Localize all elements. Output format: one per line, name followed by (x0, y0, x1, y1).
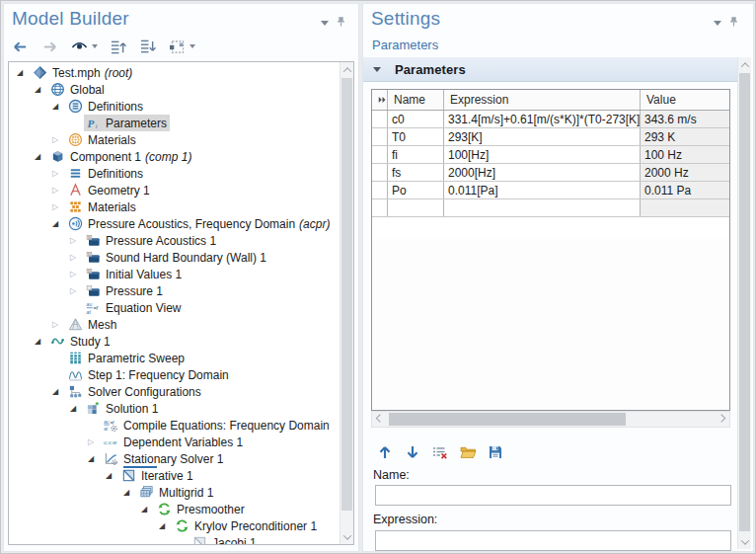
save-to-file-button[interactable] (486, 441, 505, 463)
collapsed-arrow-icon[interactable]: ▷ (70, 236, 84, 245)
tree-vertical-scrollbar[interactable] (340, 62, 353, 544)
param-expression-cell[interactable]: 100[Hz] (444, 146, 641, 163)
panel-menu-caret-icon[interactable] (321, 21, 329, 26)
expanded-arrow-icon[interactable]: ◢ (35, 152, 48, 161)
tree-item[interactable]: ▷Definitions (9, 165, 340, 182)
tree-item[interactable]: ◢Stationary Solver 1 (9, 450, 340, 467)
tree-item[interactable]: ▷Materials (9, 131, 340, 148)
tree-item[interactable]: ◢Solver Configurations (9, 383, 340, 400)
tree-item[interactable]: ▷DPressure Acoustics 1 (9, 232, 340, 249)
collapsed-arrow-icon[interactable]: ▷ (52, 186, 66, 195)
row-handle-cell[interactable] (372, 164, 388, 181)
collapsed-arrow-icon[interactable]: ▷ (88, 437, 102, 446)
scroll-right-button[interactable] (714, 412, 729, 427)
parameter-row[interactable]: c0331.4[m/s]+0.61[m/(s*K)]*(T0-273[K])34… (372, 111, 729, 128)
collapsed-arrow-icon[interactable]: ▷ (52, 202, 66, 211)
expanded-arrow-icon[interactable]: ◢ (123, 488, 137, 497)
expanded-arrow-icon[interactable]: ◢ (35, 337, 48, 346)
param-name-cell[interactable]: c0 (388, 111, 444, 127)
table-empty-area[interactable] (372, 239, 729, 410)
param-expression-cell[interactable]: 0.011[Pa] (444, 182, 641, 198)
scroll-down-button[interactable] (340, 529, 353, 544)
tree-item[interactable]: ◢Iterative 1 (9, 467, 340, 484)
expanded-arrow-icon[interactable]: ◢ (52, 102, 66, 111)
param-expression-cell[interactable]: 293[K] (444, 128, 641, 145)
tree-item[interactable]: ▷DInitial Values 1 (9, 266, 340, 282)
tree-item[interactable]: ▷Geometry 1 (9, 182, 340, 198)
load-from-file-button[interactable] (458, 441, 478, 463)
hscrollbar-thumb[interactable] (389, 413, 626, 426)
tree-item[interactable]: Step 1: Frequency Domain (9, 366, 340, 383)
param-expression-cell[interactable]: 331.4[m/s]+0.61[m/(s*K)]*(T0-273[K]) (444, 111, 641, 127)
param-value-cell[interactable]: 0.011 Pa (641, 182, 729, 198)
param-value-cell[interactable]: 100 Hz (641, 146, 729, 163)
expression-column-header[interactable]: Expression (444, 90, 641, 110)
parameter-row[interactable]: Po0.011[Pa]0.011 Pa (372, 182, 729, 199)
tree-item[interactable]: ◢Component 1(comp 1) (9, 148, 340, 165)
pin-icon[interactable] (728, 14, 739, 32)
expanded-arrow-icon[interactable]: ◢ (70, 404, 84, 413)
expand-all-button[interactable] (137, 36, 158, 57)
tree-item[interactable]: ▷Pressure 1 (9, 282, 340, 299)
move-down-button[interactable] (403, 441, 422, 463)
tree-item[interactable]: ◢Pressure Acoustics, Frequency Domain(ac… (9, 215, 340, 232)
name-field[interactable] (375, 485, 731, 506)
expanded-arrow-icon[interactable]: ◢ (106, 471, 119, 480)
settings-scrollbar-thumb[interactable] (739, 73, 750, 531)
parameter-row[interactable]: fi100[Hz]100 Hz (372, 146, 729, 164)
scroll-up-button[interactable] (738, 57, 751, 72)
settings-vertical-scrollbar[interactable] (737, 57, 751, 549)
tree-item[interactable]: ▷u,v,wDependent Variables 1 (9, 434, 340, 450)
collapsed-arrow-icon[interactable]: ▷ (70, 286, 84, 295)
scroll-down-button[interactable] (738, 534, 751, 549)
new-parameter-row[interactable] (372, 199, 729, 217)
collapsed-arrow-icon[interactable]: ▷ (52, 169, 66, 178)
tree-item[interactable]: ◢Definitions (9, 98, 340, 115)
param-name-cell[interactable] (388, 199, 444, 216)
tree-item[interactable]: ◢Study 1 (9, 333, 340, 350)
expression-field[interactable] (375, 530, 731, 551)
row-handle-cell[interactable] (372, 146, 388, 163)
tree-item[interactable]: Parametric Sweep (9, 350, 340, 366)
collapsed-arrow-icon[interactable]: ▷ (70, 253, 84, 262)
tree-item[interactable]: ◢Test.mph(root) (9, 64, 340, 81)
tree-item[interactable]: ◢Multigrid 1 (9, 484, 340, 501)
expanded-arrow-icon[interactable]: ◢ (159, 521, 173, 530)
collapse-all-button[interactable] (108, 36, 128, 57)
row-handle-cell[interactable] (372, 182, 388, 198)
parameters-section-header[interactable]: Parameters (363, 57, 739, 82)
move-up-button[interactable] (375, 441, 395, 463)
show-options-button[interactable] (69, 36, 99, 57)
param-value-cell[interactable] (641, 199, 729, 216)
table-horizontal-scrollbar[interactable] (371, 411, 730, 428)
expanded-arrow-icon[interactable]: ◢ (35, 85, 48, 94)
parameter-row[interactable]: T0293[K]293 K (372, 128, 729, 146)
value-column-header[interactable]: Value (641, 90, 729, 110)
expanded-arrow-icon[interactable]: ◢ (17, 68, 31, 77)
scroll-up-button[interactable] (340, 62, 353, 77)
collapsed-arrow-icon[interactable]: ▷ (52, 320, 66, 329)
param-value-cell[interactable]: 343.6 m/s (641, 111, 729, 127)
scroll-left-button[interactable] (372, 412, 388, 427)
tree-item[interactable]: ▷Materials (9, 198, 340, 215)
param-name-cell[interactable]: fs (388, 164, 444, 181)
param-name-cell[interactable]: Po (388, 182, 444, 198)
panel-menu-caret-icon[interactable] (714, 21, 721, 26)
expanded-arrow-icon[interactable]: ◢ (52, 219, 66, 228)
param-name-cell[interactable]: T0 (388, 128, 444, 145)
back-button[interactable] (10, 36, 31, 57)
tree-item[interactable]: ▷DSound Hard Boundary (Wall) 1 (9, 249, 340, 266)
tree-item[interactable]: Jacobi 1 (9, 534, 340, 545)
param-name-cell[interactable]: fi (388, 146, 444, 163)
expanded-arrow-icon[interactable]: ◢ (88, 454, 102, 463)
tree-item[interactable]: ◢Global (9, 81, 340, 98)
tree-scrollbar-thumb[interactable] (341, 78, 352, 511)
expanded-arrow-icon[interactable]: ◢ (52, 387, 66, 396)
param-value-cell[interactable]: 293 K (641, 128, 729, 145)
sort-handle-header-cell[interactable] (372, 90, 388, 110)
expanded-arrow-icon[interactable]: ◢ (141, 505, 155, 514)
param-value-cell[interactable]: 2000 Hz (641, 164, 729, 181)
forward-button[interactable] (39, 36, 60, 57)
tree-item[interactable]: ◢Krylov Preconditioner 1 (9, 517, 340, 534)
tree-item[interactable]: ◢*Solution 1 (9, 400, 340, 417)
